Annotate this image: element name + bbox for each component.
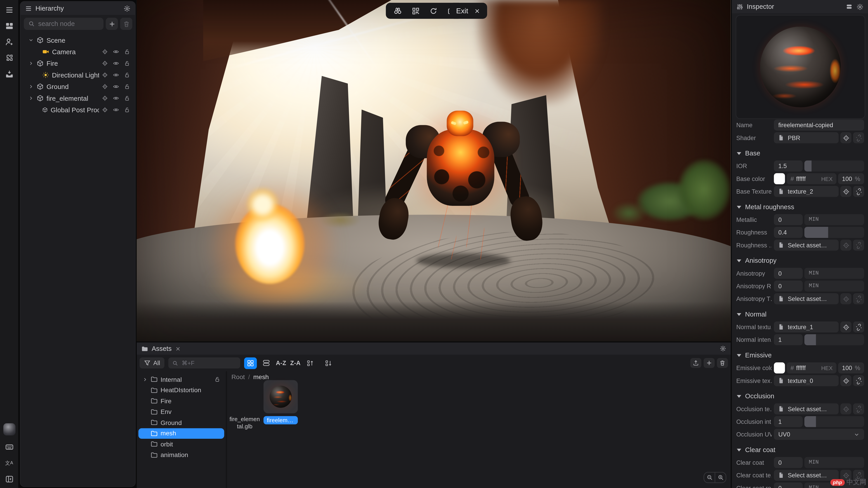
chevron-right-icon[interactable] xyxy=(142,377,148,382)
folder-fire[interactable]: Fire xyxy=(138,396,224,406)
import-icon[interactable] xyxy=(5,70,13,78)
section-normal[interactable]: Normal xyxy=(737,309,864,320)
grid-view-button[interactable] xyxy=(244,357,257,369)
slider[interactable] xyxy=(804,160,864,171)
focus-icon[interactable] xyxy=(102,49,108,55)
lock-icon[interactable] xyxy=(124,84,130,90)
shader-asset-input[interactable]: PBR xyxy=(774,132,839,143)
sort-za-button[interactable]: Z-A xyxy=(290,360,301,366)
number-input[interactable]: 0 xyxy=(774,281,803,292)
delete-node-button[interactable] xyxy=(120,18,132,30)
invite-user-icon[interactable] xyxy=(5,38,13,46)
sort-az-button[interactable]: A-Z xyxy=(276,360,286,366)
slider[interactable]: MIN xyxy=(804,214,864,225)
reload-icon[interactable] xyxy=(430,7,437,15)
texture-asset-input[interactable]: texture_2 xyxy=(774,186,839,197)
number-input[interactable]: 0 xyxy=(774,457,803,468)
slider[interactable] xyxy=(804,334,864,345)
hex-color-input[interactable]: #ffffffHEX xyxy=(786,362,836,373)
chevron-right-icon[interactable] xyxy=(28,95,34,101)
texture-asset-input[interactable]: Select asset… xyxy=(774,403,839,414)
unlink-asset-button[interactable] xyxy=(853,322,864,332)
close-tab-icon[interactable] xyxy=(175,346,181,352)
inspector-settings-gear-icon[interactable] xyxy=(857,3,864,10)
focus-icon[interactable] xyxy=(102,72,108,78)
locate-asset-button[interactable] xyxy=(840,132,851,143)
section-clear-coat[interactable]: Clear coat xyxy=(737,445,864,455)
locate-asset-button[interactable] xyxy=(840,239,851,251)
unlink-asset-button[interactable] xyxy=(853,375,864,386)
number-input[interactable]: 1.5 xyxy=(774,160,803,171)
focus-icon[interactable] xyxy=(102,95,108,101)
slider[interactable]: MIN xyxy=(804,268,864,279)
breadcrumb-root[interactable]: Root xyxy=(231,373,245,380)
lock-icon[interactable] xyxy=(124,60,130,66)
add-node-button[interactable] xyxy=(106,18,118,30)
upload-asset-button[interactable] xyxy=(690,358,702,368)
unlink-asset-button[interactable] xyxy=(853,132,864,143)
zoom-in-icon[interactable] xyxy=(715,473,726,482)
add-asset-button[interactable] xyxy=(704,358,715,368)
number-input[interactable]: 0 xyxy=(774,483,803,488)
focus-icon[interactable] xyxy=(102,84,108,90)
hierarchy-node-fire-elemental[interactable]: fire_elemental xyxy=(21,92,135,104)
alpha-percent-input[interactable]: 100% xyxy=(838,362,864,373)
chevron-right-icon[interactable] xyxy=(28,60,34,66)
exit-button[interactable]: Exit xyxy=(450,3,487,19)
unlink-asset-button[interactable] xyxy=(853,293,864,304)
dashboard-icon[interactable] xyxy=(5,22,13,31)
plugins-icon[interactable] xyxy=(5,54,13,63)
locate-asset-button[interactable] xyxy=(840,293,851,304)
lock-icon[interactable] xyxy=(124,72,130,78)
locate-asset-button[interactable] xyxy=(840,403,851,414)
visibility-eye-icon[interactable] xyxy=(113,107,119,113)
folder-mesh-selected[interactable]: mesh xyxy=(138,428,224,439)
color-swatch[interactable] xyxy=(774,362,785,373)
chevron-down-icon[interactable] xyxy=(28,37,34,43)
section-anisotropy[interactable]: Anisotropy xyxy=(737,255,864,266)
section-base[interactable]: Base xyxy=(737,148,864,159)
color-swatch[interactable] xyxy=(774,173,785,184)
menu-icon[interactable] xyxy=(5,5,13,14)
lock-icon[interactable] xyxy=(124,95,130,101)
asset-item-material-selected[interactable]: fireeleme… xyxy=(264,380,298,427)
user-avatar[interactable] xyxy=(3,423,15,435)
unlink-asset-button[interactable] xyxy=(853,186,864,197)
hierarchy-node-fire[interactable]: Fire xyxy=(21,58,135,69)
folder-ground[interactable]: Ground xyxy=(138,417,224,428)
visibility-eye-icon[interactable] xyxy=(113,95,119,101)
section-metal-roughness[interactable]: Metal roughness xyxy=(737,201,864,213)
slider[interactable]: MIN xyxy=(804,457,864,468)
assets-tab-label[interactable]: Assets xyxy=(152,345,172,352)
delete-asset-button[interactable] xyxy=(717,358,728,368)
locate-asset-button[interactable] xyxy=(840,322,851,332)
focus-icon[interactable] xyxy=(102,107,108,113)
unlink-asset-button[interactable] xyxy=(853,403,864,414)
sort-ascending-icon[interactable] xyxy=(305,357,315,368)
hierarchy-settings-gear-icon[interactable] xyxy=(123,5,131,12)
visibility-eye-icon[interactable] xyxy=(113,60,119,66)
section-emissive[interactable]: Emissive xyxy=(737,350,864,361)
number-input[interactable]: 1 xyxy=(774,416,803,427)
locate-asset-button[interactable] xyxy=(840,186,851,197)
language-icon[interactable]: 文A xyxy=(5,459,13,467)
sort-descending-icon[interactable] xyxy=(323,357,334,368)
list-view-button[interactable] xyxy=(261,357,272,368)
qr-code-icon[interactable] xyxy=(412,7,420,15)
folder-orbit[interactable]: orbit xyxy=(138,439,224,450)
texture-asset-input[interactable]: Select asset… xyxy=(774,293,839,304)
collapse-sidebar-icon[interactable] xyxy=(5,475,13,484)
assets-search-input[interactable]: ⌘+F xyxy=(168,357,240,368)
unlink-asset-button[interactable] xyxy=(853,239,864,251)
assets-settings-gear-icon[interactable] xyxy=(720,345,726,352)
number-input[interactable]: 0 xyxy=(774,214,803,225)
material-name-input[interactable]: fireelemental-copied xyxy=(774,120,864,131)
hierarchy-node-ground[interactable]: Ground xyxy=(21,81,135,92)
folder-env[interactable]: Env xyxy=(138,406,224,417)
section-occlusion[interactable]: Occlusion xyxy=(737,391,864,402)
viewport-canvas[interactable]: Exit xyxy=(137,0,731,341)
hierarchy-node-camera[interactable]: Camera xyxy=(21,46,135,57)
folder-internal[interactable]: Internal xyxy=(138,374,224,385)
lock-icon[interactable] xyxy=(124,49,130,55)
number-input[interactable]: 1 xyxy=(774,334,803,345)
